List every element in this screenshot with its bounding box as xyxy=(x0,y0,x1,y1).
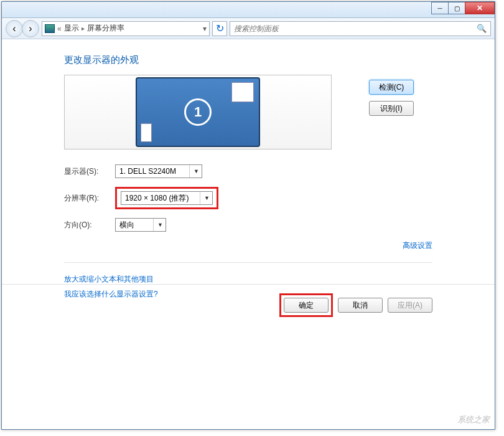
orientation-value: 横向 xyxy=(119,220,134,230)
back-button[interactable]: ‹ xyxy=(6,20,23,37)
resolution-row: 分辨率(R): 1920 × 1080 (推荐) ▼ xyxy=(64,187,432,209)
close-button[interactable]: ✕ xyxy=(465,2,495,14)
identify-button[interactable]: 识别(I) xyxy=(369,101,414,116)
monitor-thumbnail[interactable]: 1 xyxy=(136,77,260,147)
search-bar: 🔍 xyxy=(230,21,491,36)
monitor-icon xyxy=(45,24,55,33)
resolution-label: 分辨率(R): xyxy=(64,193,115,204)
advanced-link-row: 高级设置 xyxy=(64,240,432,251)
page-title: 更改显示器的外观 xyxy=(64,54,432,66)
mini-window-icon xyxy=(231,82,254,102)
scale-text-link[interactable]: 放大或缩小文本和其他项目 xyxy=(64,275,154,283)
highlight-box: 确定 xyxy=(279,293,333,317)
window-frame: ─ ▢ ✕ ‹ › « 显示 ▸ 屏幕分辨率 ▾ ↻ 🔍 更改显示器的外观 xyxy=(1,1,495,430)
breadcrumb-resolution[interactable]: 屏幕分辨率 xyxy=(87,23,124,34)
address-bar[interactable]: « 显示 ▸ 屏幕分辨率 ▾ xyxy=(42,21,210,36)
divider xyxy=(64,262,432,263)
breadcrumb-display[interactable]: 显示 xyxy=(64,23,79,34)
display-dropdown[interactable]: 1. DELL S2240M ▼ xyxy=(115,164,202,178)
apply-button[interactable]: 应用(A) xyxy=(388,298,432,313)
chevron-down-icon: ▼ xyxy=(200,192,210,204)
search-input[interactable] xyxy=(234,24,477,33)
resolution-dropdown[interactable]: 1920 × 1080 (推荐) ▼ xyxy=(121,191,213,205)
preview-row: 1 检测(C) 识别(I) xyxy=(64,75,432,149)
mini-window-icon xyxy=(141,123,152,142)
titlebar: ─ ▢ ✕ xyxy=(2,2,495,18)
content-panel: 更改显示器的外观 1 检测(C) 识别(I) 显示器(S): 1. DELL S… xyxy=(2,39,495,314)
chevron-right-icon: ▸ xyxy=(82,25,85,32)
display-preview[interactable]: 1 xyxy=(64,75,332,149)
resolution-value: 1920 × 1080 (推荐) xyxy=(125,193,189,204)
display-label: 显示器(S): xyxy=(64,166,115,177)
chevron-down-icon: ▼ xyxy=(189,165,199,178)
navigation-bar: ‹ › « 显示 ▸ 屏幕分辨率 ▾ ↻ 🔍 xyxy=(2,18,495,39)
orientation-row: 方向(O): 横向 ▼ xyxy=(64,218,432,232)
watermark: 系统之家 xyxy=(457,414,490,425)
nav-arrows: ‹ › xyxy=(6,20,39,37)
search-icon[interactable]: 🔍 xyxy=(477,24,487,33)
monitor-number: 1 xyxy=(184,98,212,126)
orientation-dropdown[interactable]: 横向 ▼ xyxy=(115,218,166,232)
forward-button[interactable]: › xyxy=(22,20,39,37)
refresh-button[interactable]: ↻ xyxy=(212,21,227,36)
display-value: 1. DELL S2240M xyxy=(119,167,176,176)
chevron-down-icon: ▼ xyxy=(153,219,163,231)
ok-button[interactable]: 确定 xyxy=(284,298,329,313)
highlight-box: 1920 × 1080 (推荐) ▼ xyxy=(115,187,218,209)
breadcrumb-prefix: « xyxy=(57,24,62,33)
orientation-label: 方向(O): xyxy=(64,220,115,230)
minimize-button[interactable]: ─ xyxy=(431,2,449,14)
side-buttons: 检测(C) 识别(I) xyxy=(369,75,414,149)
address-dropdown-icon[interactable]: ▾ xyxy=(203,24,207,33)
advanced-settings-link[interactable]: 高级设置 xyxy=(403,241,432,250)
maximize-button[interactable]: ▢ xyxy=(448,2,465,14)
detect-button[interactable]: 检测(C) xyxy=(369,80,414,95)
window-controls: ─ ▢ ✕ xyxy=(432,2,495,14)
display-row: 显示器(S): 1. DELL S2240M ▼ xyxy=(64,164,432,178)
footer-buttons: 确定 取消 应用(A) xyxy=(2,284,495,317)
cancel-button[interactable]: 取消 xyxy=(338,298,383,313)
